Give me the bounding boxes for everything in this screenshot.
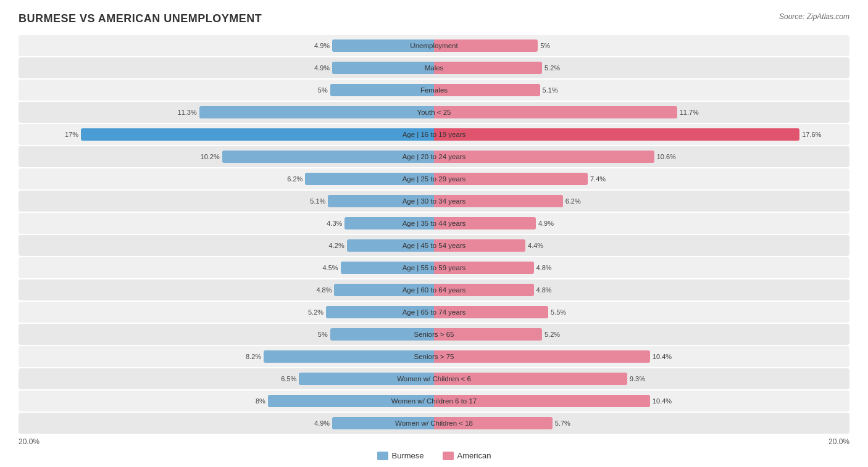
american-label: American (457, 451, 491, 460)
bar-american (434, 417, 553, 429)
legend-burmese: Burmese (377, 451, 424, 460)
bar-burmese (305, 173, 434, 185)
bar-burmese (347, 239, 434, 252)
bar-burmese (328, 195, 434, 207)
burmese-label: Burmese (392, 451, 424, 460)
chart-row: 6.5% Women w/ Children < 6 9.3% (19, 368, 849, 389)
val-burmese: 4.9% (314, 64, 332, 72)
legend-american: American (443, 451, 491, 460)
val-american: 5.2% (542, 64, 560, 72)
val-american: 10.4% (650, 353, 672, 360)
bar-american (434, 195, 563, 207)
val-american: 5.7% (553, 419, 570, 427)
chart-container: BURMESE VS AMERICAN UNEMPLOYMENT Source:… (0, 0, 868, 467)
bar-american (434, 262, 534, 274)
bar-american (434, 84, 540, 96)
val-american: 4.8% (534, 286, 552, 294)
val-american: 9.3% (627, 375, 645, 382)
bar-american (434, 39, 538, 52)
bar-burmese (81, 128, 434, 141)
val-american: 6.2% (563, 197, 581, 205)
bar-burmese (326, 306, 434, 318)
chart-row: 6.2% Age | 25 to 29 years 7.4% (19, 168, 849, 189)
chart-row: 4.5% Age | 55 to 59 years 4.8% (19, 257, 849, 278)
bar-american (434, 373, 627, 385)
bar-american (434, 106, 677, 118)
val-american: 4.9% (536, 220, 554, 227)
val-american: 7.4% (588, 175, 606, 183)
chart-row: 4.9% Unemployment 5% (19, 35, 849, 56)
bar-burmese (268, 395, 434, 407)
chart-row: 5% Females 5.1% (19, 80, 849, 101)
val-burmese: 8% (256, 397, 268, 405)
val-burmese: 5% (318, 331, 330, 338)
val-burmese: 4.2% (329, 242, 347, 249)
val-burmese: 4.5% (323, 264, 341, 271)
val-american: 4.8% (534, 264, 552, 271)
bar-american (434, 395, 650, 407)
bar-american (434, 217, 536, 229)
val-american: 5.1% (540, 86, 558, 94)
val-burmese: 4.9% (314, 42, 332, 49)
val-american: 10.6% (654, 153, 676, 160)
bar-burmese (264, 350, 434, 363)
legend: Burmese American (19, 451, 849, 460)
chart-row: 4.3% Age | 35 to 44 years 4.9% (19, 213, 849, 234)
bar-burmese (332, 62, 434, 74)
chart-row: 10.2% Age | 20 to 24 years 10.6% (19, 146, 849, 167)
chart-source: Source: ZipAtlas.com (779, 12, 849, 21)
bar-american (434, 328, 542, 341)
val-burmese: 6.2% (287, 175, 305, 183)
burmese-color-swatch (377, 452, 388, 460)
bar-burmese (330, 328, 434, 341)
bar-american (434, 350, 650, 363)
bar-burmese (222, 151, 434, 163)
axis-min-label: 20.0% (19, 437, 40, 446)
val-burmese: 5% (318, 86, 330, 94)
chart-row: 4.9% Women w/ Children < 18 5.7% (19, 413, 849, 434)
val-american: 5.2% (542, 331, 560, 338)
bar-american (434, 306, 548, 318)
bar-burmese (341, 262, 434, 274)
val-burmese: 4.3% (327, 220, 344, 227)
bar-american (434, 151, 654, 163)
bar-american (434, 62, 542, 74)
chart-row: 5.1% Age | 30 to 34 years 6.2% (19, 191, 849, 212)
val-american: 5% (538, 42, 550, 49)
bar-american (434, 173, 588, 185)
val-american: 17.6% (799, 131, 821, 138)
val-burmese: 8.2% (246, 353, 264, 360)
chart-row: 8% Women w/ Children 6 to 17 10.4% (19, 391, 849, 411)
chart-row: 4.8% Age | 60 to 64 years 4.8% (19, 279, 849, 300)
val-american: 4.4% (525, 242, 543, 249)
chart-row: 5.2% Age | 65 to 74 years 5.5% (19, 302, 849, 323)
chart-title: BURMESE VS AMERICAN UNEMPLOYMENT (19, 12, 262, 25)
chart-row: 17% Age | 16 to 19 years 17.6% (19, 124, 849, 145)
chart-header: BURMESE VS AMERICAN UNEMPLOYMENT Source:… (19, 12, 849, 25)
bar-burmese (330, 84, 434, 96)
bar-american (434, 284, 534, 296)
chart-row: 8.2% Seniors > 75 10.4% (19, 346, 849, 367)
val-burmese: 4.9% (314, 419, 332, 427)
bar-burmese (199, 106, 434, 118)
val-burmese: 6.5% (281, 375, 299, 382)
val-american: 5.5% (548, 308, 566, 316)
chart-row: 4.9% Males 5.2% (19, 57, 849, 78)
chart-row: 11.3% Youth < 25 11.7% (19, 102, 849, 123)
val-burmese: 5.1% (310, 197, 328, 205)
val-burmese: 17% (65, 131, 81, 138)
bar-burmese (332, 417, 434, 429)
bar-burmese (344, 217, 434, 229)
bar-american (434, 239, 525, 252)
val-american: 11.7% (677, 109, 699, 116)
chart-row: 4.2% Age | 45 to 54 years 4.4% (19, 235, 849, 256)
val-burmese: 11.3% (178, 109, 199, 116)
chart-body: 4.9% Unemployment 5% 4.9% Males 5.2% 5% … (19, 35, 849, 434)
val-burmese: 10.2% (201, 153, 222, 160)
bar-american (434, 128, 799, 141)
american-color-swatch (443, 452, 454, 460)
bar-burmese (332, 39, 434, 52)
bar-burmese (299, 373, 434, 385)
val-american: 10.4% (650, 397, 672, 405)
val-burmese: 4.8% (316, 286, 334, 294)
